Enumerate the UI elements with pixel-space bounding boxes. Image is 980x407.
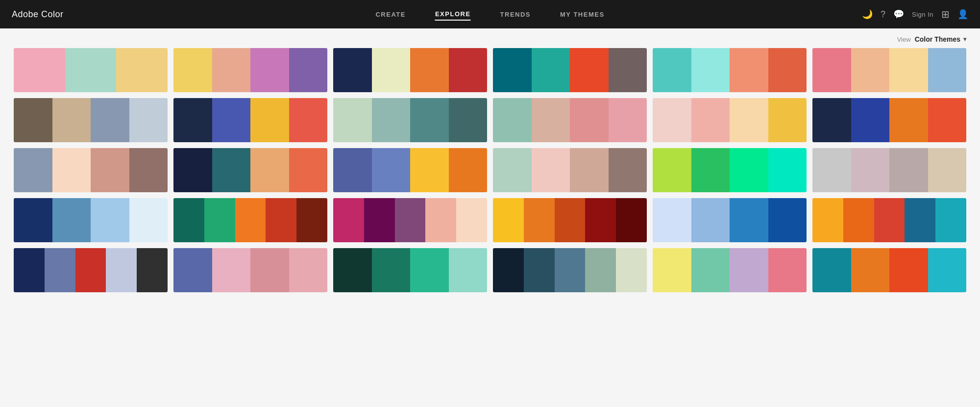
color-swatch (129, 148, 168, 192)
color-swatch (410, 48, 449, 92)
palette-card[interactable] (173, 198, 327, 242)
color-swatch (653, 248, 691, 292)
color-swatch (653, 148, 691, 192)
palette-card[interactable] (173, 248, 327, 292)
palette-card[interactable] (493, 148, 647, 192)
palette-card[interactable] (493, 198, 647, 242)
color-swatch (173, 198, 204, 242)
header-right: 🌙 ? 💬 Sign In ⊞ 👤 (862, 8, 968, 20)
palette-card[interactable] (173, 48, 327, 92)
palette-card[interactable] (493, 48, 647, 92)
color-swatch (843, 198, 874, 242)
color-swatch (609, 148, 647, 192)
color-swatch (65, 48, 117, 92)
color-swatch (212, 248, 251, 292)
palette-card[interactable] (653, 98, 807, 142)
nav-create[interactable]: CREATE (375, 9, 405, 20)
palette-card[interactable] (14, 248, 168, 292)
palette-card[interactable] (653, 248, 807, 292)
color-swatch (14, 248, 45, 292)
color-swatch (889, 48, 928, 92)
color-swatch (691, 48, 730, 92)
color-swatch (45, 248, 75, 292)
color-swatch (204, 198, 235, 242)
color-swatch (333, 98, 372, 142)
color-swatch (289, 148, 328, 192)
color-swatch (570, 98, 609, 142)
color-swatch (524, 198, 555, 242)
color-swatch (212, 148, 251, 192)
color-swatch (812, 98, 851, 142)
help-icon[interactable]: ? (881, 9, 885, 20)
color-swatch (372, 48, 411, 92)
view-label: View (897, 36, 911, 43)
palette-card[interactable] (333, 98, 487, 142)
palette-card[interactable] (812, 198, 966, 242)
color-swatch (616, 198, 647, 242)
color-swatch (333, 48, 372, 92)
color-swatch (289, 48, 328, 92)
color-swatch (129, 198, 168, 242)
color-swatch (524, 248, 555, 292)
color-swatch (493, 248, 524, 292)
color-swatch (116, 48, 168, 92)
color-swatch (585, 198, 616, 242)
palette-card[interactable] (333, 248, 487, 292)
nav-my-themes[interactable]: MY THEMES (560, 9, 605, 20)
nav-explore[interactable]: EXPLORE (435, 8, 471, 21)
palette-card[interactable] (333, 198, 487, 242)
color-swatch (250, 48, 289, 92)
color-swatch (768, 98, 807, 142)
color-swatch (52, 98, 91, 142)
palette-card[interactable] (812, 148, 966, 192)
color-swatch (333, 148, 372, 192)
palette-card[interactable] (812, 248, 966, 292)
color-grid (0, 48, 980, 306)
color-swatch (173, 98, 212, 142)
palette-card[interactable] (173, 148, 327, 192)
apps-icon[interactable]: ⊞ (941, 8, 950, 20)
color-swatch (730, 98, 768, 142)
color-swatch (91, 148, 129, 192)
sign-in-button[interactable]: Sign In (912, 11, 933, 18)
color-swatch (928, 148, 967, 192)
palette-card[interactable] (333, 148, 487, 192)
color-swatch (250, 148, 289, 192)
palette-card[interactable] (14, 148, 168, 192)
header: Adobe Color CREATE EXPLORE TRENDS MY THE… (0, 0, 980, 28)
color-swatch (609, 48, 647, 92)
nav-trends[interactable]: TRENDS (500, 9, 531, 20)
color-swatch (889, 148, 928, 192)
color-swatch (410, 148, 449, 192)
color-swatch (812, 248, 851, 292)
chevron-down-icon: ▾ (963, 36, 966, 43)
logo-text: Adobe Color (12, 9, 64, 20)
color-swatch (851, 248, 890, 292)
profile-icon[interactable]: 👤 (957, 9, 968, 20)
color-swatch (653, 98, 691, 142)
palette-card[interactable] (812, 48, 966, 92)
palette-card[interactable] (173, 98, 327, 142)
color-swatch (768, 248, 807, 292)
color-swatch (52, 198, 91, 242)
color-swatch (616, 248, 647, 292)
palette-card[interactable] (14, 48, 168, 92)
moon-icon[interactable]: 🌙 (862, 9, 873, 20)
palette-card[interactable] (653, 198, 807, 242)
palette-card[interactable] (493, 248, 647, 292)
palette-card[interactable] (812, 98, 966, 142)
color-swatch (212, 48, 251, 92)
color-swatch (812, 198, 843, 242)
color-swatch (555, 198, 586, 242)
palette-card[interactable] (333, 48, 487, 92)
palette-card[interactable] (14, 198, 168, 242)
view-dropdown[interactable]: Color Themes ▾ (915, 35, 966, 43)
palette-card[interactable] (493, 98, 647, 142)
color-swatch (129, 98, 168, 142)
palette-card[interactable] (653, 48, 807, 92)
palette-card[interactable] (14, 98, 168, 142)
chat-icon[interactable]: 💬 (893, 9, 904, 20)
color-swatch (691, 148, 730, 192)
color-swatch (768, 148, 807, 192)
palette-card[interactable] (653, 148, 807, 192)
